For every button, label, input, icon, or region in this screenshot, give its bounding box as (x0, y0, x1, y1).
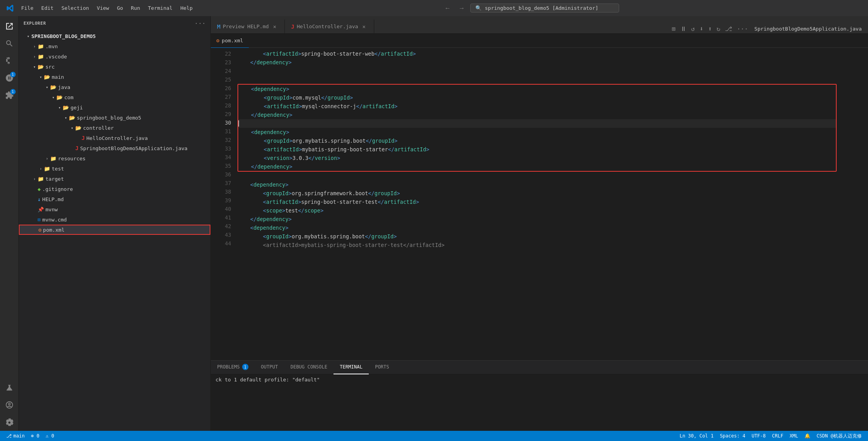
tab-debug-console[interactable]: DEBUG CONSOLE (284, 361, 333, 374)
activity-source-control[interactable] (2, 53, 17, 69)
code-line-39: <artifactId>spring-boot-starter-test</ar… (237, 198, 868, 206)
tab-pomxml[interactable]: ⚙ pom.xml (211, 34, 249, 48)
tree-item-geji[interactable]: ▾ 📂 geji (19, 102, 210, 113)
sidebar: EXPLORER ··· ▾ SPRINGBOOT_BLOG_DEMO5 › 📁… (19, 16, 211, 431)
chevron-down-icon: ▾ (50, 94, 56, 100)
tree-item-mvnw[interactable]: › 📌 mvnw (19, 204, 210, 214)
menu-go[interactable]: Go (113, 0, 127, 16)
tree-item-java[interactable]: ▾ 📂 java (19, 82, 210, 92)
upload-button[interactable]: ⬆ (707, 24, 714, 33)
activity-testing[interactable] (2, 380, 17, 396)
tree-item-mvn[interactable]: › 📁 .mvn (19, 41, 210, 51)
tab-ports[interactable]: PORTS (369, 361, 395, 374)
status-eol[interactable]: CRLF (769, 431, 786, 441)
tree-item-springboot-folder[interactable]: ▾ 📂 springboot_blog_demo5 (19, 113, 210, 123)
pause-button[interactable]: ⏸ (679, 24, 688, 33)
tree-item-test[interactable]: › 📁 test (19, 163, 210, 174)
reload-button[interactable]: ↻ (715, 24, 722, 33)
tab-problems[interactable]: PROBLEMS 1 (211, 361, 255, 374)
file-tree: ▾ SPRINGBOOT_BLOG_DEMO5 › 📁 .mvn › 📁 .vs… (19, 30, 210, 431)
status-errors[interactable]: ⊗ 0 (28, 431, 43, 441)
tree-item-pomxml[interactable]: › ⚙ pom.xml (19, 225, 210, 235)
tree-item-resources[interactable]: › 📁 resources (19, 153, 210, 163)
status-spaces[interactable]: Spaces: 4 (717, 431, 748, 441)
refresh-button[interactable]: ↺ (690, 24, 697, 33)
bottom-panel: PROBLEMS 1 OUTPUT DEBUG CONSOLE TERMINAL… (211, 360, 868, 431)
tree-item-root[interactable]: ▾ SPRINGBOOT_BLOG_DEMO5 (19, 31, 210, 41)
code-line-36 (237, 172, 868, 180)
menu-view[interactable]: View (93, 0, 113, 16)
tree-item-vscode[interactable]: › 📁 .vscode (19, 51, 210, 62)
activity-explorer[interactable] (2, 18, 17, 34)
tree-item-helpmd[interactable]: › ↓ HELP.md (19, 194, 210, 204)
folder-icon: 📁 (38, 44, 44, 49)
tree-label-helpmd: HELP.md (42, 196, 64, 202)
activity-search[interactable] (2, 36, 17, 51)
chevron-right-icon: › (31, 43, 38, 49)
tree-item-mvnwcmd[interactable]: › ⊞ mvnw.cmd (19, 214, 210, 225)
folder-open-icon: 📂 (75, 125, 82, 131)
tab-hello-controller[interactable]: J HelloController.java × (285, 20, 374, 33)
csdn-text: CSDN @机器人迈克修 (817, 433, 862, 439)
chevron-down-icon: ▾ (31, 64, 38, 70)
tree-item-hello-controller[interactable]: › J HelloController.java (19, 133, 210, 143)
menu-terminal[interactable]: Terminal (144, 0, 177, 16)
more-button[interactable]: ··· (735, 24, 750, 33)
split-editor-button[interactable]: ⊞ (670, 24, 677, 33)
code-area[interactable]: <artifactId>spring-boot-starter-web</art… (234, 48, 868, 360)
line-num-29: 29 (211, 110, 231, 118)
code-line-44: <artifactId>mybatis-spring-boot-starter-… (237, 241, 868, 249)
tree-item-main[interactable]: ▾ 📂 main (19, 72, 210, 82)
tab-close-hello[interactable]: × (361, 23, 368, 30)
menu-run[interactable]: Run (127, 0, 144, 16)
search-bar[interactable]: 🔍 springboot_blog_demo5 [Administrator] (470, 4, 619, 13)
status-encoding[interactable]: UTF-8 (748, 431, 769, 441)
line-num-43: 43 (211, 230, 231, 239)
menu-edit[interactable]: Edit (37, 0, 57, 16)
tab-terminal[interactable]: TERMINAL (333, 361, 369, 374)
activity-settings[interactable] (2, 414, 17, 430)
menu-help[interactable]: Help (176, 0, 196, 16)
branch-button[interactable]: ⎇ (723, 24, 734, 33)
titlebar: File Edit Selection View Go Run Terminal… (0, 0, 868, 16)
status-line-col[interactable]: Ln 30, Col 1 (676, 431, 717, 441)
chevron-down-icon: ▾ (69, 125, 75, 131)
tab-output[interactable]: OUTPUT (255, 361, 284, 374)
terminal-content[interactable]: ck to 1 default profile: "default" (211, 374, 868, 431)
line-num-37: 37 (211, 179, 231, 187)
line-num-38: 38 (211, 187, 231, 196)
tree-item-gitignore[interactable]: › ◆ .gitignore (19, 184, 210, 194)
nav-forward-button[interactable]: → (456, 3, 467, 13)
line-col-text: Ln 30, Col 1 (680, 433, 714, 439)
status-csdn[interactable]: CSDN @机器人迈克修 (814, 431, 865, 441)
xml-tab-icon: ⚙ (216, 38, 219, 44)
activity-accounts[interactable] (2, 397, 17, 413)
tree-item-springboot-app[interactable]: › J SpringbootBlogDemo5Application.java (19, 143, 210, 153)
tab-preview-help[interactable]: M Preview HELP.md × (211, 20, 285, 33)
code-line-23: </dependency> (237, 58, 868, 67)
status-bell[interactable]: 🔔 (801, 431, 814, 441)
nav-back-button[interactable]: ← (442, 3, 453, 13)
code-line-31: <dependency> (238, 128, 836, 136)
tree-item-src[interactable]: ▾ 📂 src (19, 62, 210, 72)
tree-item-controller[interactable]: ▾ 📂 controller (19, 123, 210, 133)
tree-label-com: com (64, 94, 73, 100)
chevron-right-icon: › (44, 155, 50, 162)
tab-close-preview[interactable]: × (271, 23, 278, 30)
springboot-app-tab-label[interactable]: SpringbootBlogDemo5Application.java (751, 26, 865, 32)
status-language[interactable]: XML (786, 431, 801, 441)
status-warnings[interactable]: ⚠ 0 (43, 431, 58, 441)
tree-item-com[interactable]: ▾ 📂 com (19, 92, 210, 102)
tree-item-target[interactable]: › 📁 target (19, 174, 210, 184)
menu-bar: File Edit Selection View Go Run Terminal… (17, 0, 196, 16)
activity-run-debug[interactable]: 1 (2, 70, 17, 86)
windows-icon: ⊞ (38, 217, 41, 223)
code-line-40: <scope>test</scope> (237, 206, 868, 215)
menu-file[interactable]: File (17, 0, 37, 16)
download-button[interactable]: ⬇ (698, 24, 705, 33)
activity-extensions[interactable]: 1 (2, 87, 17, 103)
status-branch[interactable]: ⎇ main (3, 431, 28, 441)
menu-selection[interactable]: Selection (58, 0, 93, 16)
line-num-26: 26 (211, 84, 231, 93)
sidebar-actions[interactable]: ··· (194, 20, 206, 27)
